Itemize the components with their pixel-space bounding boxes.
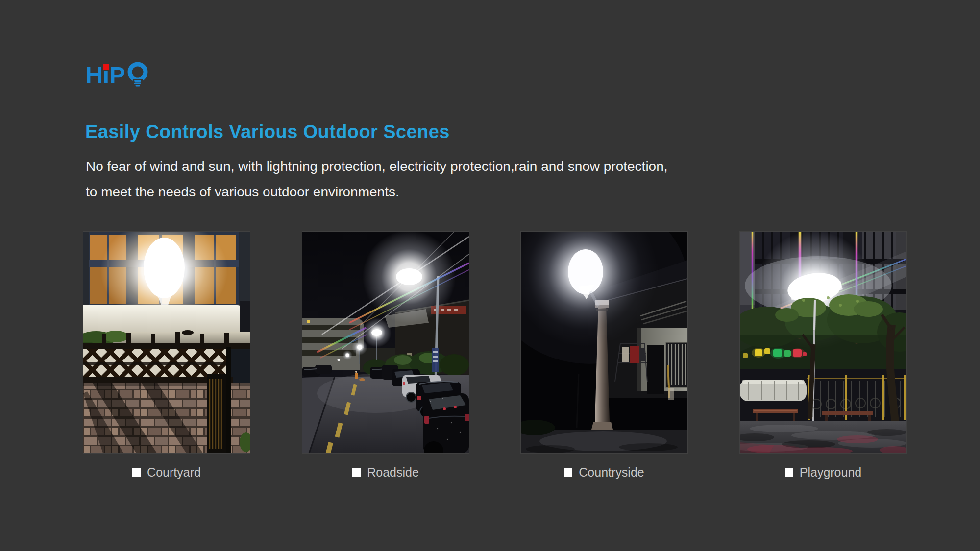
promo-page: H ı P Easily Controls Various Outdoor Sc… bbox=[0, 0, 980, 551]
scene-card-roadside: Roadside bbox=[302, 232, 469, 479]
scene-label-playground: Playground bbox=[740, 465, 906, 479]
logo-letter-h: H bbox=[85, 63, 102, 87]
description-line-1: No fear of wind and sun, with lightning … bbox=[86, 154, 668, 179]
scene-label-text: Playground bbox=[800, 465, 861, 479]
scene-label-text: Roadside bbox=[367, 465, 419, 479]
scene-card-courtyard: Courtyard bbox=[83, 232, 250, 479]
courtyard-photo bbox=[83, 232, 250, 453]
scene-card-playground: Playground bbox=[740, 232, 906, 479]
scene-card-countryside: Countryside bbox=[521, 232, 687, 479]
section-title: Easily Controls Various Outdoor Scenes bbox=[85, 121, 450, 143]
scene-label-roadside: Roadside bbox=[302, 465, 469, 479]
roadside-photo bbox=[302, 232, 469, 453]
scene-label-text: Courtyard bbox=[147, 465, 201, 479]
logo-bulb-o-icon bbox=[126, 61, 149, 87]
playground-photo bbox=[740, 232, 906, 453]
scene-label-countryside: Countryside bbox=[521, 465, 687, 479]
countryside-photo bbox=[521, 232, 687, 453]
countryside-photo-illustration bbox=[521, 232, 687, 453]
logo-letter-i: ı bbox=[102, 63, 109, 87]
courtyard-photo-illustration bbox=[83, 232, 250, 453]
hipo-logo: H ı P bbox=[85, 61, 149, 87]
logo-red-dot-icon bbox=[103, 64, 109, 70]
scene-label-courtyard: Courtyard bbox=[83, 465, 250, 479]
bullet-square-icon bbox=[132, 468, 141, 477]
description-line-2: to meet the needs of various outdoor env… bbox=[86, 179, 668, 205]
bullet-square-icon bbox=[352, 468, 361, 477]
bullet-square-icon bbox=[785, 468, 793, 477]
section-description: No fear of wind and sun, with lightning … bbox=[86, 154, 668, 205]
bullet-square-icon bbox=[564, 468, 572, 477]
scene-label-text: Countryside bbox=[579, 465, 644, 479]
logo-letter-p: P bbox=[109, 63, 125, 87]
playground-photo-illustration bbox=[740, 232, 906, 453]
roadside-photo-illustration bbox=[302, 232, 469, 453]
